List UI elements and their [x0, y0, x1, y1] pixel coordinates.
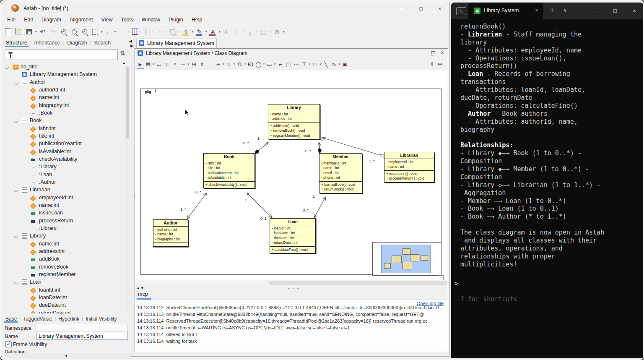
curve-tool-icon[interactable]: ∿ — [330, 59, 338, 69]
tree-item-isavailable-int[interactable]: isAvailable:int — [2, 148, 125, 156]
usecase-tool-icon-dropdown[interactable]: ▾ — [244, 63, 247, 66]
tree-item-library[interactable]: Library — [2, 232, 125, 240]
package-tool-icon[interactable]: ▭ — [155, 59, 163, 69]
image-tool-icon[interactable]: ▣ — [341, 59, 349, 69]
dependency-tool-icon[interactable]: ⇢ — [214, 59, 222, 69]
chevron-down-icon[interactable] — [14, 281, 18, 285]
text-tool-icon-dropdown[interactable]: ▾ — [308, 63, 311, 66]
canvas-horizontal-scrollbar[interactable] — [135, 280, 447, 286]
undo-icon[interactable]: ↶ — [37, 26, 48, 37]
ellipse-tool-icon-dropdown[interactable]: ▾ — [262, 63, 265, 66]
tree-item-name-int[interactable]: name:int — [2, 94, 125, 102]
tree-item-processreturn[interactable]: processReturn — [2, 217, 125, 225]
tree-item-library-management-system[interactable]: ▣Library Management System — [2, 71, 125, 78]
fit-height-icon[interactable]: ⇳ — [428, 59, 436, 69]
filter-input[interactable] — [15, 50, 115, 59]
tree-item-no-title[interactable]: no_title — [2, 63, 125, 71]
maximize-button[interactable]: □ — [414, 4, 428, 13]
tree-item--library[interactable]: →:Library — [2, 225, 125, 232]
sort-toggle-icon[interactable]: ⇅ — [120, 50, 125, 57]
circle-tool-icon[interactable]: ○ — [225, 59, 233, 69]
fit-width-icon[interactable]: ⇹ — [436, 59, 444, 69]
class-box-librarian[interactable]: Librarian- employeeId : int- name : int+… — [384, 152, 434, 183]
open-file-icon[interactable] — [13, 26, 24, 37]
nav-back-icon-dropdown[interactable]: ▾ — [114, 30, 117, 34]
minimize-button[interactable]: – — [394, 4, 408, 13]
anchor-tool-icon[interactable]: ⌐ — [276, 59, 284, 69]
class-box-book[interactable]: Book- isbn : int- title : int- publicati… — [203, 153, 255, 188]
log-splitter-handle[interactable]: • • • — [288, 286, 300, 291]
note-tool-icon[interactable]: ▭ — [265, 59, 273, 69]
tree-scrollbar[interactable] — [125, 66, 130, 313]
zoom-tool-icon[interactable] — [69, 26, 79, 37]
editor-minimize-button[interactable]: – — [420, 50, 428, 57]
tree-item-biography-int[interactable]: biography:int — [2, 102, 125, 110]
new-tab-icon[interactable]: + — [550, 6, 554, 14]
usecase-tool-icon[interactable]: Ω — [236, 59, 244, 69]
tree-item--library[interactable]: →:Library — [2, 163, 125, 171]
class-tool-icon-dropdown[interactable]: ▾ — [152, 63, 155, 66]
expand-right-icon[interactable]: ▶ — [130, 44, 133, 48]
tree-item--author[interactable]: →:Author — [2, 179, 125, 186]
menu-help[interactable]: Help — [187, 17, 207, 23]
terminal-minimize-button[interactable]: — — [589, 6, 602, 16]
editor-close-button[interactable]: × — [438, 50, 447, 57]
terminal-app-icon[interactable]: >_ — [456, 7, 466, 15]
chevron-down-icon[interactable] — [14, 81, 18, 85]
rect-tool-icon-dropdown[interactable]: ▾ — [319, 63, 322, 66]
tree-scrollbar-thumb[interactable] — [126, 67, 129, 138]
prop-tab-initial-visibility[interactable]: Initial Visibility — [83, 316, 119, 322]
tree-item-checkavailability[interactable]: checkAvailability — [2, 156, 125, 163]
class-box-author[interactable]: Author- authorId : int- name : int- biog… — [153, 219, 188, 247]
pin-tool-icon[interactable]: ⌖ — [171, 59, 179, 69]
classifier-tool-icon[interactable]: ⊟ — [190, 59, 198, 69]
arrow-tool-icon[interactable]: ↑ — [206, 59, 214, 69]
rect-tool-icon[interactable]: □ — [311, 59, 319, 69]
line-tool-icon-dropdown[interactable]: ▾ — [187, 63, 190, 66]
class-box-member[interactable]: Member- memberId : int- name : int- emai… — [319, 153, 362, 193]
diagonal-tool-icon[interactable]: ╲ — [322, 59, 330, 69]
tree-item-librarian[interactable]: Librarian — [2, 186, 125, 194]
name-field[interactable] — [36, 332, 128, 340]
text-tool-icon[interactable]: T — [300, 59, 308, 69]
tab-inheritance[interactable]: Inheritance — [31, 40, 63, 46]
class-tool-icon[interactable]: ▤ — [144, 59, 152, 69]
dependency-tool-icon-dropdown[interactable]: ▾ — [222, 63, 225, 66]
font-color-icon[interactable]: A — [208, 26, 218, 37]
close-button[interactable]: × — [433, 4, 447, 13]
circle-tool-icon-dropdown[interactable]: ▾ — [233, 63, 236, 66]
fit-view-icon-dropdown[interactable]: ▾ — [100, 30, 103, 34]
line-color-icon[interactable]: ✎ — [194, 26, 205, 37]
minimap[interactable] — [372, 242, 441, 276]
minimap-collapse-icon[interactable]: − — [438, 275, 444, 280]
terminal-maximize-button[interactable]: □ — [609, 6, 621, 16]
tab-search[interactable]: Search — [91, 40, 114, 46]
tab-dropdown-icon[interactable]: ∨ — [564, 8, 567, 13]
tree-item-authorid-int[interactable]: authorId:int — [2, 86, 125, 94]
dots-tool-icon[interactable]: ⋯ — [292, 59, 300, 69]
zoom-out-icon[interactable]: − — [79, 26, 90, 37]
collapse-left-icon[interactable]: ◀ — [129, 39, 132, 43]
fill-color-icon[interactable]: ◊ — [181, 26, 191, 37]
minimap-viewport[interactable] — [381, 245, 431, 273]
save-icon[interactable] — [24, 26, 34, 37]
definition-collapse-button[interactable]: ▼ — [2, 353, 130, 359]
menu-tools[interactable]: Tools — [117, 17, 137, 23]
chevron-down-icon[interactable] — [5, 65, 9, 70]
tree-item--book[interactable]: →:Book — [2, 110, 125, 117]
log-panel-collapse-icons[interactable]: ▲▼ — [136, 286, 145, 290]
emotion-icon[interactable]: ☺ — [272, 26, 282, 37]
tree-item-title-int[interactable]: title:int — [2, 133, 125, 140]
tree-item-address-int[interactable]: address:int — [2, 248, 125, 256]
fill-color-icon-dropdown[interactable]: ▾ — [191, 30, 194, 34]
generalization-tool-icon[interactable]: ⇧ — [198, 59, 206, 69]
tree-item-removebook[interactable]: removeBook — [2, 263, 125, 271]
font-color-icon-dropdown[interactable]: ▾ — [218, 30, 221, 34]
nav-back-icon[interactable]: ← — [103, 26, 114, 37]
emotion-icon-dropdown[interactable]: ▾ — [282, 30, 285, 34]
curve-tool-icon-dropdown[interactable]: ▾ — [338, 63, 341, 66]
editor-restore-button[interactable]: ◳ — [429, 50, 437, 57]
line-tool-icon[interactable]: ─ — [179, 59, 187, 69]
diagram-document-tab[interactable]: ▣ Library Management System × — [136, 39, 217, 48]
tree-item-addbook[interactable]: addBook — [2, 256, 125, 263]
